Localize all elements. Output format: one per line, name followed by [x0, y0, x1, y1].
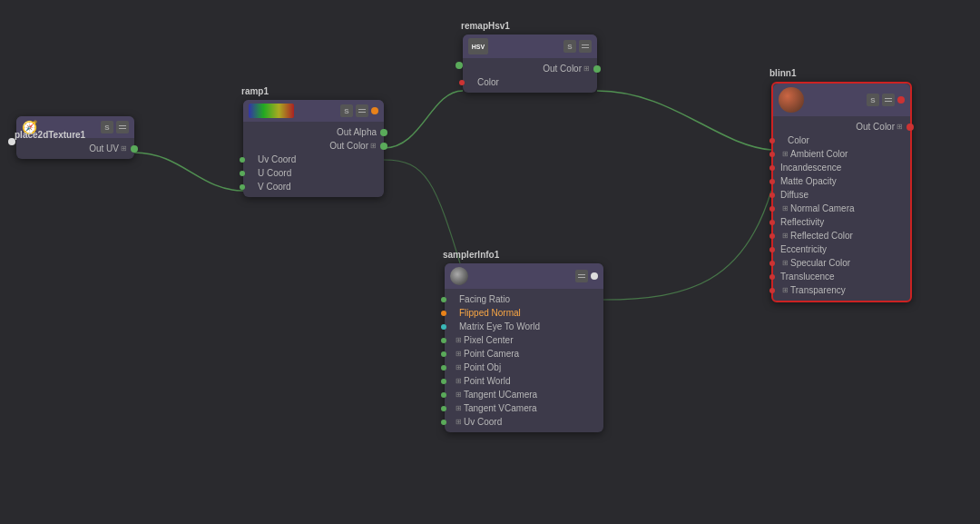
port-sampler-out-top[interactable]	[591, 272, 598, 280]
port-row-blinn-matte: Matte Opacity	[773, 174, 910, 188]
port-blinn-matte-label: Matte Opacity	[780, 176, 837, 186]
port-blinn-transparency[interactable]	[769, 288, 775, 293]
hsv-icon: HSV	[468, 38, 488, 54]
sampler-title: samplerInfo1	[443, 249, 499, 260]
port-blinn-ambient-label: Ambient Color	[790, 149, 848, 159]
port-ramp-out-top[interactable]	[371, 107, 378, 114]
port-outcolor-hsv-label: Out Color	[543, 64, 582, 74]
port-uv-coord[interactable]	[441, 420, 446, 425]
port-blinn-outcolor[interactable]	[906, 124, 914, 131]
port-blinn-color-label: Color	[788, 135, 809, 145]
ramp-s-icon[interactable]: S	[340, 104, 353, 117]
sampler-dot-icon	[450, 267, 468, 285]
port-row-blinn-translucence: Translucence	[773, 270, 910, 283]
port-color-hsv-in[interactable]	[459, 80, 465, 85]
port-row-tangent-ucam: ⊞ Tangent UCamera	[445, 388, 603, 401]
port-blinn-incandescence[interactable]	[769, 165, 775, 171]
ramp-menu-icon[interactable]	[356, 104, 368, 117]
port-blinn-ambient[interactable]	[769, 152, 775, 157]
node-blinn1-header: S	[773, 84, 910, 116]
port-vcoord[interactable]	[240, 184, 245, 190]
port-row-facing-ratio: Facing Ratio	[445, 292, 603, 306]
node-ramp1[interactable]: S Out Alpha Out Color ⊞ Uv Coord U Coord	[243, 100, 384, 197]
port-row-blinn-ambient: ⊞ Ambient Color	[773, 147, 910, 161]
port-blinn-matte[interactable]	[769, 179, 775, 184]
port-row-outuv: Out UV ⊞	[16, 142, 134, 155]
port-blinn-eccentricity[interactable]	[769, 247, 775, 252]
port-outcolor-label: Out Color	[329, 141, 368, 151]
port-blinn-specular-label: Specular Color	[790, 258, 850, 268]
blinn-s-icon[interactable]: S	[867, 94, 879, 106]
node-place2d-body: Out UV ⊞	[16, 138, 134, 159]
port-blinn-diffuse[interactable]	[769, 193, 775, 198]
port-blinn-color[interactable]	[769, 138, 775, 143]
sampler-menu-icon[interactable]	[575, 270, 588, 282]
port-tangent-ucam[interactable]	[441, 392, 446, 398]
port-row-blinn-eccentricity: Eccentricity	[773, 242, 910, 256]
blinn-menu-icon[interactable]	[882, 94, 895, 106]
node-graph-canvas[interactable]: 🧭 S Out UV ⊞ place2dTexture1	[0, 0, 980, 524]
port-flipped-normal[interactable]	[441, 311, 446, 316]
port-pixel-center[interactable]	[441, 338, 446, 343]
node-ramp1-body: Out Alpha Out Color ⊞ Uv Coord U Coord V…	[243, 122, 384, 197]
remaphsv-s-icon[interactable]: S	[564, 40, 576, 53]
port-row-point-obj: ⊞ Point Obj	[445, 361, 603, 374]
port-matrix-eye-label: Matrix Eye To World	[459, 321, 540, 331]
port-color-hsv-label: Color	[477, 77, 499, 87]
s-icon[interactable]: S	[101, 121, 113, 133]
port-blinn-translucence[interactable]	[769, 274, 775, 280]
ramp1-title: ramp1	[241, 85, 269, 96]
port-row-blinn-normal: ⊞ Normal Camera	[773, 202, 910, 215]
port-ucoord[interactable]	[240, 171, 245, 176]
port-outcolor-hsv[interactable]	[593, 65, 601, 73]
port-blinn-reflected[interactable]	[769, 233, 775, 239]
port-row-matrix-eye: Matrix Eye To World	[445, 320, 603, 333]
port-tangent-vcam-label: Tangent VCamera	[464, 403, 537, 413]
port-point-obj[interactable]	[441, 365, 446, 371]
node-blinn1-body: Out Color ⊞ Color ⊞ Ambient Color Incand…	[773, 116, 910, 301]
port-row-blinn-transparency: ⊞ Transparency	[773, 283, 910, 297]
port-row-outcolor-hsv: Out Color ⊞	[463, 62, 597, 75]
port-row-blinn-outcolor: Out Color ⊞	[773, 120, 910, 133]
port-blinn-normal[interactable]	[769, 206, 775, 212]
port-outcolor[interactable]	[380, 143, 387, 150]
node-sampler-body: Facing Ratio Flipped Normal Matrix Eye T…	[445, 289, 603, 432]
port-flipped-normal-label: Flipped Normal	[459, 308, 521, 318]
port-point-camera-label: Point Camera	[464, 349, 519, 359]
port-row-flipped-normal: Flipped Normal	[445, 306, 603, 320]
ramp-preview	[249, 104, 294, 118]
port-row-uvcoord: Uv Coord	[243, 153, 384, 166]
port-tangent-vcam[interactable]	[441, 406, 446, 411]
menu-icon[interactable]	[116, 121, 129, 133]
port-row-vcoord: V Coord	[243, 180, 384, 193]
port-point-camera[interactable]	[441, 351, 446, 357]
port-facing-ratio[interactable]	[441, 297, 446, 302]
port-row-uv-coord: ⊞ Uv Coord	[445, 415, 603, 429]
port-blinn-incandescence-label: Incandescence	[780, 163, 841, 173]
port-row-point-camera: ⊞ Point Camera	[445, 347, 603, 361]
port-blinn-outcolor-label: Out Color	[856, 122, 895, 132]
port-blinn-out-top[interactable]	[897, 96, 905, 104]
port-facing-ratio-label: Facing Ratio	[459, 294, 510, 304]
port-point-world[interactable]	[441, 379, 446, 384]
port-row-blinn-incandescence: Incandescence	[773, 161, 910, 174]
port-blinn-reflectivity[interactable]	[769, 220, 775, 225]
port-matrix-eye[interactable]	[441, 324, 446, 330]
node-blinn1[interactable]: S Out Color ⊞ Color ⊞ Ambient Color	[771, 82, 912, 302]
port-row-pixel-center: ⊞ Pixel Center	[445, 333, 603, 347]
remaphsv-menu-icon[interactable]	[579, 40, 592, 53]
port-tangent-ucam-label: Tangent UCamera	[464, 390, 537, 400]
port-blinn-specular[interactable]	[769, 261, 775, 266]
port-outuv[interactable]	[131, 145, 138, 153]
port-uvcoord-label: Uv Coord	[258, 154, 296, 164]
port-uvcoord[interactable]	[240, 157, 245, 163]
node-samplerinfo1[interactable]: Facing Ratio Flipped Normal Matrix Eye T…	[445, 263, 603, 432]
node-remaphsv1[interactable]: HSV S Out Color ⊞ Color	[463, 35, 597, 93]
port-remaphsv-in-left[interactable]	[456, 62, 463, 69]
port-row-blinn-reflectivity: Reflectivity	[773, 215, 910, 229]
port-outuv-label: Out UV	[89, 143, 119, 153]
port-blinn-normal-label: Normal Camera	[790, 203, 855, 213]
port-outalpha[interactable]	[380, 129, 387, 136]
port-blinn-eccentricity-label: Eccentricity	[780, 244, 827, 254]
place2d-title: place2dTexture1	[15, 129, 85, 140]
